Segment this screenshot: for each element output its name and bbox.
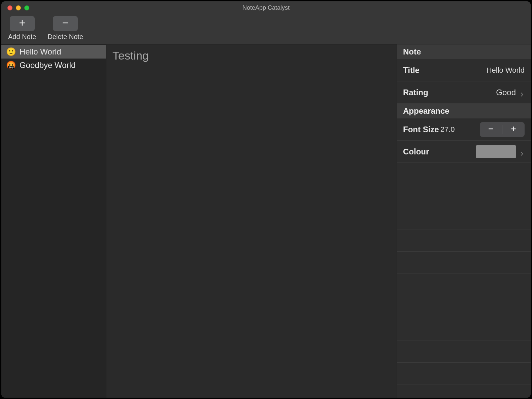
minus-icon (488, 125, 494, 134)
toolbar-item-add-note: Add Note (8, 16, 36, 41)
empty-row (397, 274, 531, 296)
inspector-section-appearance-header: Appearance (397, 104, 531, 118)
inspector-section-note-header: Note (397, 44, 531, 59)
delete-note-label: Delete Note (47, 33, 83, 41)
chevron-right-icon (519, 149, 525, 154)
title-label: Title (403, 66, 420, 75)
font-size-stepper (480, 122, 525, 137)
inspector-row-colour[interactable]: Colour (397, 141, 531, 163)
empty-row (397, 207, 531, 229)
empty-row (397, 229, 531, 252)
app-window: NoteApp Catalyst Add Note Delete Note (1, 1, 531, 398)
add-note-button[interactable] (10, 16, 35, 31)
note-emoji-icon: 🤬 (6, 61, 16, 69)
minus-icon (61, 19, 69, 28)
inspector-row-rating[interactable]: Rating Good (397, 81, 531, 104)
empty-row (397, 363, 531, 385)
font-size-increase-button[interactable] (502, 122, 525, 137)
empty-row (397, 318, 531, 340)
font-size-value: 27.0 (440, 125, 455, 134)
empty-row (397, 185, 531, 207)
sidebar-item-note[interactable]: 🙂 Hello World (1, 45, 106, 59)
plus-icon (18, 19, 26, 28)
titlebar: NoteApp Catalyst (1, 1, 531, 14)
minimize-window-button[interactable] (16, 5, 21, 10)
toolbar: Add Note Delete Note (1, 14, 531, 44)
notes-sidebar: 🙂 Hello World 🤬 Goodbye World (1, 44, 106, 398)
traffic-lights (1, 5, 29, 10)
empty-row (397, 340, 531, 363)
close-window-button[interactable] (7, 5, 12, 10)
chevron-right-icon (519, 90, 525, 95)
rating-value: Good (496, 88, 516, 97)
note-title-label: Goodbye World (20, 61, 75, 70)
font-size-decrease-button[interactable] (480, 122, 502, 137)
inspector-row-title: Title Hello World (397, 59, 531, 81)
colour-label: Colour (403, 147, 429, 156)
note-editor-content[interactable]: Testing (112, 49, 391, 62)
plus-icon (510, 125, 517, 134)
colour-swatch[interactable] (476, 145, 516, 158)
toolbar-item-delete-note: Delete Note (47, 16, 83, 41)
title-value[interactable]: Hello World (487, 66, 525, 75)
add-note-label: Add Note (8, 33, 36, 41)
rating-label: Rating (403, 88, 428, 97)
body: 🙂 Hello World 🤬 Goodbye World Testing No… (1, 44, 531, 398)
note-title-label: Hello World (20, 47, 61, 57)
empty-row (397, 296, 531, 318)
delete-note-button[interactable] (53, 16, 78, 31)
sidebar-item-note[interactable]: 🤬 Goodbye World (1, 59, 106, 72)
empty-row (397, 252, 531, 274)
fullscreen-window-button[interactable] (24, 5, 29, 10)
inspector-panel: Note Title Hello World Rating Good Appea… (397, 44, 531, 398)
inspector-row-font-size: Font Size 27.0 (397, 118, 531, 141)
note-emoji-icon: 🙂 (6, 48, 16, 56)
note-editor[interactable]: Testing (106, 44, 397, 398)
window-title: NoteApp Catalyst (1, 4, 531, 11)
font-size-label: Font Size (403, 125, 439, 134)
empty-row (397, 163, 531, 185)
